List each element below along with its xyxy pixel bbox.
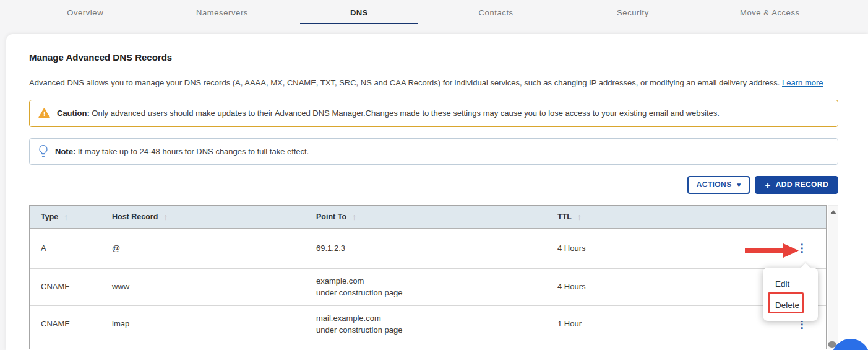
cell-ttl: 4 Hours [546, 229, 778, 268]
table-row [30, 343, 826, 349]
tab-label: DNS [350, 8, 368, 17]
column-header-host-record[interactable]: Host Record ↑ [101, 206, 305, 228]
caution-label: Caution: [57, 108, 90, 118]
page-description: Advanced DNS allows you to manage your D… [29, 77, 838, 89]
actions-button[interactable]: ACTIONS ▾ [687, 176, 750, 194]
tab-label: Security [617, 8, 649, 17]
column-header-ttl[interactable]: TTL ↑ [546, 206, 778, 228]
domain-tabs: Overview Nameservers DNS Contacts Securi… [17, 0, 838, 25]
cell-ttl: 1 Hour [546, 306, 778, 343]
tab-label: Move & Access [740, 8, 800, 17]
sort-ascending-icon[interactable]: ↑ [64, 212, 68, 222]
point-to-line1: 69.1.2.3 [316, 242, 546, 255]
column-header-actions [778, 206, 826, 228]
lightbulb-icon [38, 144, 48, 158]
table-header-row: Type ↑ Host Record ↑ Point To ↑ TTL ↑ [30, 206, 826, 229]
sort-ascending-icon[interactable]: ↑ [577, 212, 582, 222]
add-record-button-label: ADD RECORD [776, 180, 828, 189]
tab-overview[interactable]: Overview [17, 0, 153, 25]
table-scrollbar[interactable] [828, 205, 838, 349]
caution-text: Caution: Only advanced users should make… [57, 108, 720, 118]
learn-more-link[interactable]: Learn more [782, 78, 823, 87]
records-table-region: Type ↑ Host Record ↑ Point To ↑ TTL ↑ [29, 205, 838, 349]
column-header-type[interactable]: Type ↑ [30, 206, 101, 228]
cell-host-record: www [101, 269, 305, 305]
point-to-line1: example.com [316, 275, 546, 287]
cell-type: A [30, 229, 101, 268]
cell-host-record: @ [101, 229, 305, 268]
table-toolbar: ACTIONS ▾ + ADD RECORD [29, 176, 838, 194]
table-row: CNAME imap mail.example.com under constr… [30, 305, 826, 343]
table-row: A @ 69.1.2.3 4 Hours ⋮ [30, 229, 826, 268]
actions-button-label: ACTIONS [697, 180, 732, 189]
active-tab-underline [300, 23, 418, 24]
column-label: Type [41, 212, 58, 221]
cell-type: CNAME [30, 306, 101, 343]
sort-ascending-icon[interactable]: ↑ [352, 212, 356, 222]
caution-banner: Caution: Only advanced users should make… [29, 100, 838, 127]
point-to-line2: under construction page [316, 324, 546, 336]
point-to-line2: under construction page [316, 287, 546, 299]
tab-label: Contacts [479, 8, 513, 17]
column-label: Point To [316, 212, 346, 221]
tab-move-access[interactable]: Move & Access [702, 0, 838, 25]
tab-nameservers[interactable]: Nameservers [153, 0, 290, 25]
cell-point-to: mail.example.com under construction page [305, 306, 546, 343]
column-label: TTL [557, 212, 572, 221]
add-record-button[interactable]: + ADD RECORD [755, 176, 838, 194]
cell-point-to: example.com under construction page [305, 269, 546, 305]
description-text: Advanced DNS allows you to manage your D… [29, 78, 780, 87]
warning-icon [38, 108, 50, 118]
dns-records-table: Type ↑ Host Record ↑ Point To ↑ TTL ↑ [29, 205, 827, 349]
tab-label: Nameservers [196, 8, 248, 17]
note-text: Note: It may take up to 24-48 hours for … [55, 147, 309, 156]
column-header-point-to[interactable]: Point To ↑ [305, 206, 546, 228]
caret-down-icon: ▾ [737, 182, 741, 188]
point-to-line1: mail.example.com [316, 312, 546, 325]
cell-point-to: 69.1.2.3 [305, 229, 546, 268]
sort-ascending-icon[interactable]: ↑ [163, 212, 168, 222]
menu-item-edit[interactable]: Edit [763, 273, 818, 294]
tab-dns[interactable]: DNS [291, 0, 428, 25]
tab-label: Overview [67, 8, 103, 17]
delete-highlight-annotation [768, 292, 804, 313]
page-title: Manage Advanced DNS Records [29, 52, 838, 63]
dns-panel: Manage Advanced DNS Records Advanced DNS… [6, 34, 868, 350]
cell-ttl: 4 Hours [546, 269, 778, 305]
red-arrow-annotation [744, 241, 801, 260]
note-banner: Note: It may take up to 24-48 hours for … [29, 138, 838, 165]
table-row: CNAME www example.com under construction… [30, 268, 826, 305]
plus-icon: + [765, 180, 770, 190]
cell-host-record: imap [101, 306, 305, 343]
tab-security[interactable]: Security [564, 0, 701, 25]
tab-contacts[interactable]: Contacts [428, 0, 564, 25]
caution-body: Only advanced users should make updates … [92, 108, 720, 118]
cell-type: CNAME [30, 269, 101, 305]
column-label: Host Record [112, 212, 158, 221]
scroll-up-icon[interactable] [830, 210, 836, 214]
note-label: Note: [55, 147, 75, 156]
note-body: It may take up to 24-48 hours for DNS ch… [78, 147, 309, 156]
